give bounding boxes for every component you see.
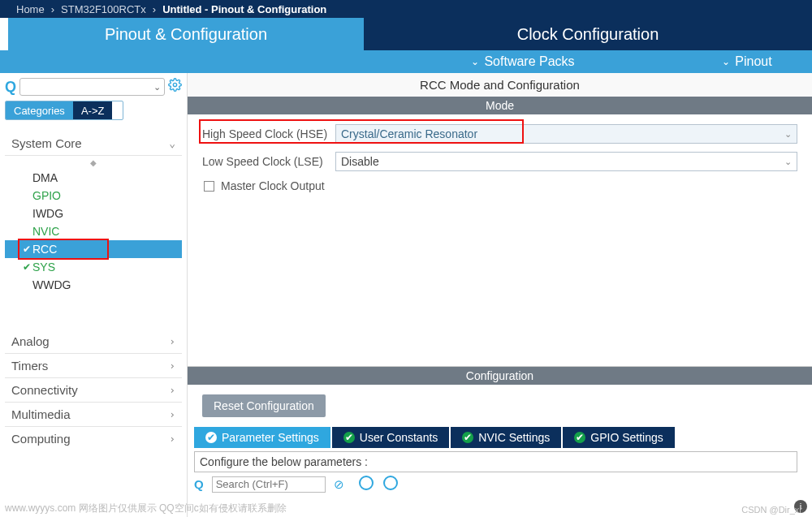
breadcrumb-device[interactable]: STM32F100RCTx (61, 3, 146, 15)
select-value: Disable (341, 155, 379, 168)
tree-item-dma[interactable]: DMA (5, 169, 182, 187)
tab-gpio-settings[interactable]: ✔ GPIO Settings (563, 427, 674, 448)
watermark-text: www.wyyys.com 网络图片仅供展示 QQ空间c如有侵权请联系删除 (5, 502, 287, 515)
check-circle-icon: ✔ (343, 432, 355, 443)
tree-item-rcc[interactable]: ✔ RCC (5, 240, 182, 258)
tree-item-nvic[interactable]: NVIC (5, 222, 182, 240)
tab-clock-config[interactable]: Clock Configuration (364, 18, 812, 50)
sub-tabs: ⌄ Software Packs ⌄ Pinout (0, 50, 812, 73)
search-icon[interactable]: Q (5, 79, 16, 96)
tab-user-constants[interactable]: ✔ User Constants (332, 427, 449, 448)
chevron-down-icon: ⌄ (153, 82, 161, 93)
tree-section-computing[interactable]: Computing › (5, 427, 182, 450)
lse-select[interactable]: Disable ⌄ (335, 152, 797, 171)
tree-item-gpio[interactable]: GPIO (5, 187, 182, 205)
section-label: Multimedia (11, 407, 71, 421)
annotation-highlight (18, 239, 109, 260)
collapse-icon[interactable]: ⊘ (334, 477, 344, 492)
software-packs-dropdown[interactable]: ⌄ Software Packs (364, 50, 682, 73)
tree-section-system-core[interactable]: System Core ⌄ (5, 131, 182, 156)
search-icon[interactable]: Q (194, 477, 204, 491)
tree-section-timers[interactable]: Timers › (5, 354, 182, 378)
tab-a-to-z[interactable]: A->Z (73, 101, 113, 119)
tab-label: User Constants (360, 431, 438, 444)
chevron-down-icon: ⌄ (784, 157, 792, 167)
parameters-hint: Configure the below parameters : (194, 451, 797, 472)
tree-item-label: RCC (32, 243, 57, 256)
chevron-right-icon: › (169, 384, 175, 396)
configuration-header: Configuration (188, 367, 812, 385)
tab-nvic-settings[interactable]: ✔ NVIC Settings (451, 427, 561, 448)
hse-row: High Speed Clock (HSE) Crystal/Ceramic R… (202, 124, 797, 144)
hse-label: High Speed Clock (HSE) (202, 127, 335, 140)
tab-parameter-settings[interactable]: ✔ Parameter Settings (194, 427, 330, 448)
search-combo[interactable]: ⌄ (19, 78, 165, 96)
chevron-right-icon: › (169, 433, 175, 445)
check-circle-icon: ✔ (574, 432, 585, 443)
left-panel: Q ⌄ Categories A->Z System Core ⌄ ◆ DMA … (0, 73, 187, 517)
lse-row: Low Speed Clock (LSE) Disable ⌄ (202, 152, 797, 171)
breadcrumb-page: Untitled - Pinout & Configuration (162, 3, 326, 15)
section-label: Timers (11, 359, 48, 373)
action-circle-icon[interactable] (383, 476, 398, 490)
pinout-dropdown[interactable]: ⌄ Pinout (682, 50, 812, 73)
tab-pinout-config[interactable]: Pinout & Configuration (8, 18, 364, 50)
select-value: Crystal/Ceramic Resonator (341, 127, 477, 140)
tab-label: Parameter Settings (222, 431, 319, 444)
lse-label: Low Speed Clock (LSE) (202, 155, 335, 168)
chevron-right-icon: › (169, 360, 175, 372)
chevron-right-icon: › (169, 335, 175, 347)
hse-select[interactable]: Crystal/Ceramic Resonator ⌄ (335, 124, 797, 144)
chevron-right-icon: › (169, 408, 175, 420)
chevron-down-icon: ⌄ (471, 56, 479, 67)
tab-label: NVIC Settings (478, 431, 550, 444)
watermark-author: CSDN @Dir_xr (741, 505, 802, 515)
tree-section-analog[interactable]: Analog › (5, 330, 182, 354)
category-tree: System Core ⌄ ◆ DMA GPIO IWDG NVIC ✔ RCC… (5, 131, 182, 517)
main-tabs: Pinout & Configuration Clock Configurati… (0, 18, 812, 50)
right-panel: RCC Mode and Configuration Mode High Spe… (187, 73, 812, 517)
checkbox-icon[interactable] (204, 181, 214, 192)
category-view-tabs: Categories A->Z (5, 101, 123, 120)
svg-point-0 (173, 83, 176, 86)
action-circle-icon[interactable] (359, 476, 374, 490)
config-tabs: ✔ Parameter Settings ✔ User Constants ✔ … (188, 427, 812, 448)
tree-section-multimedia[interactable]: Multimedia › (5, 403, 182, 427)
software-packs-label: Software Packs (484, 54, 574, 69)
section-label: Computing (11, 432, 71, 446)
gear-icon[interactable] (168, 78, 182, 96)
master-clock-output-row[interactable]: Master Clock Output (202, 179, 797, 192)
check-icon: ✔ (23, 243, 31, 255)
breadcrumb-bar: Home › STM32F100RCTx › Untitled - Pinout… (0, 0, 812, 18)
section-label: Analog (11, 334, 50, 348)
section-label: System Core (11, 136, 82, 150)
tab-categories[interactable]: Categories (6, 101, 73, 119)
chevron-down-icon: ⌄ (784, 129, 792, 140)
check-circle-icon: ✔ (462, 432, 473, 443)
parameter-filter-input[interactable] (212, 476, 326, 493)
tree-item-wwdg[interactable]: WWDG (5, 276, 182, 294)
chevron-down-icon: ⌄ (169, 137, 175, 149)
mode-header: Mode (188, 97, 812, 114)
drag-handle-icon[interactable]: ◆ (5, 161, 182, 166)
breadcrumb-home[interactable]: Home (16, 3, 45, 15)
chevron-right-icon: › (153, 3, 156, 15)
checkbox-label: Master Clock Output (221, 179, 325, 192)
tree-section-connectivity[interactable]: Connectivity › (5, 378, 182, 403)
reset-configuration-button[interactable]: Reset Configuration (202, 394, 326, 417)
panel-title: RCC Mode and Configuration (188, 73, 812, 97)
chevron-down-icon: ⌄ (722, 56, 730, 67)
pinout-dropdown-label: Pinout (735, 54, 771, 69)
section-label: Connectivity (11, 383, 78, 397)
check-circle-icon: ✔ (205, 432, 217, 443)
tree-item-label: SYS (32, 261, 55, 274)
tree-item-sys[interactable]: ✔ SYS (5, 258, 182, 276)
chevron-right-icon: › (51, 3, 54, 15)
tab-label: GPIO Settings (590, 431, 663, 444)
check-icon: ✔ (23, 261, 31, 273)
tree-item-iwdg[interactable]: IWDG (5, 205, 182, 222)
